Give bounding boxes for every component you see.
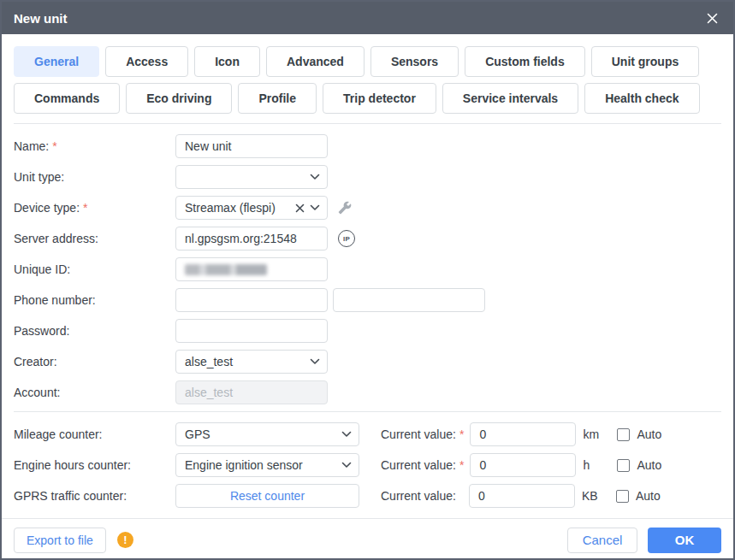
engine-hours-current-value-input[interactable] xyxy=(470,453,576,477)
creator-row: Creator: alse_test xyxy=(14,346,721,377)
chevron-down-icon[interactable] xyxy=(341,431,352,438)
tab-service-intervals[interactable]: Service intervals xyxy=(442,83,578,114)
close-icon[interactable] xyxy=(702,9,721,27)
mileage-counter-select[interactable]: GPS xyxy=(175,422,359,446)
gprs-current-value-label: Current value: xyxy=(381,489,456,503)
mileage-current-value-label: Current value:* xyxy=(381,427,464,441)
tab-health-check[interactable]: Health check xyxy=(584,83,699,114)
engine-hours-unit-label: h xyxy=(583,458,605,472)
name-label: Name:* xyxy=(14,139,175,153)
tab-general[interactable]: General xyxy=(14,46,99,77)
engine-hours-auto-checkbox[interactable] xyxy=(617,459,630,472)
unique-id-row: Unique ID: xyxy=(14,254,721,285)
mileage-auto-label[interactable]: Auto xyxy=(637,427,661,441)
ip-icon[interactable]: IP xyxy=(338,230,355,247)
password-input[interactable] xyxy=(175,319,328,343)
warning-icon[interactable]: ! xyxy=(117,532,133,548)
account-label: Account: xyxy=(14,386,175,399)
gprs-current-value-input[interactable] xyxy=(469,484,575,508)
tab-bar: General Access Icon Advanced Sensors Cus… xyxy=(2,34,733,123)
tab-sensors[interactable]: Sensors xyxy=(370,46,459,77)
new-unit-dialog: New unit General Access Icon Advanced Se… xyxy=(0,0,735,560)
engine-hours-counter-value: Engine ignition sensor xyxy=(185,458,336,472)
mileage-counter-row: Mileage counter: GPS Current value:* km … xyxy=(14,419,721,450)
password-label: Password: xyxy=(14,324,175,338)
engine-hours-auto-label[interactable]: Auto xyxy=(637,458,661,472)
unique-id-input[interactable] xyxy=(175,257,328,281)
tab-custom-fields[interactable]: Custom fields xyxy=(465,46,585,77)
export-to-file-button[interactable]: Export to file xyxy=(14,528,106,553)
unit-type-select[interactable] xyxy=(175,165,328,189)
tab-icon[interactable]: Icon xyxy=(194,46,260,77)
creator-value: alse_test xyxy=(185,355,305,368)
mileage-counter-value: GPS xyxy=(185,427,336,441)
tab-commands[interactable]: Commands xyxy=(14,83,120,114)
mileage-unit-label: km xyxy=(583,427,605,441)
gprs-auto-checkbox[interactable] xyxy=(616,490,629,503)
creator-label: Creator: xyxy=(14,355,175,368)
account-row: Account: xyxy=(14,377,721,408)
chevron-down-icon[interactable] xyxy=(341,462,352,469)
name-row: Name:* xyxy=(14,131,721,162)
device-type-value: Streamax (flespi) xyxy=(185,201,290,215)
dialog-titlebar: New unit xyxy=(2,2,733,34)
mileage-auto-checkbox[interactable] xyxy=(617,428,630,441)
server-address-label: Server address: xyxy=(14,232,175,245)
unique-id-label: Unique ID: xyxy=(14,262,175,276)
required-asterisk: * xyxy=(459,427,464,441)
gprs-traffic-counter-label: GPRS traffic counter: xyxy=(14,489,175,503)
unit-type-row: Unit type: xyxy=(14,162,721,192)
chevron-down-icon[interactable] xyxy=(310,174,320,180)
engine-hours-counter-label: Engine hours counter: xyxy=(14,458,175,472)
gprs-unit-label: KB xyxy=(582,489,604,503)
tab-profile[interactable]: Profile xyxy=(238,83,317,114)
mileage-counter-label: Mileage counter: xyxy=(14,427,175,441)
clear-device-type-icon[interactable] xyxy=(295,203,305,213)
general-form: Name:* Unit type: Device type:* Streamax… xyxy=(2,124,733,411)
reset-counter-button[interactable]: Reset counter xyxy=(175,484,359,508)
creator-select[interactable]: alse_test xyxy=(175,350,328,374)
tab-trip-detector[interactable]: Trip detector xyxy=(323,83,436,114)
gprs-auto-label[interactable]: Auto xyxy=(636,489,661,503)
password-row: Password: xyxy=(14,315,721,346)
device-type-select[interactable]: Streamax (flespi) xyxy=(175,196,328,220)
tab-unit-groups[interactable]: Unit groups xyxy=(591,46,700,77)
engine-hours-counter-select[interactable]: Engine ignition sensor xyxy=(175,453,359,477)
server-address-row: Server address: IP xyxy=(14,223,721,254)
required-asterisk: * xyxy=(52,139,56,153)
mileage-current-value-input[interactable] xyxy=(470,422,576,446)
tab-access[interactable]: Access xyxy=(105,46,188,77)
server-address-input[interactable] xyxy=(175,227,328,251)
unit-type-label: Unit type: xyxy=(14,170,175,184)
phone-number-input-1[interactable] xyxy=(175,288,328,312)
ok-button[interactable]: OK xyxy=(648,528,721,553)
dialog-footer: Export to file ! Cancel OK xyxy=(2,518,733,560)
device-type-label: Device type:* xyxy=(14,201,175,215)
engine-hours-current-value-label: Current value:* xyxy=(381,458,464,472)
name-input[interactable] xyxy=(175,134,328,158)
phone-number-label: Phone number: xyxy=(14,293,175,307)
tab-advanced[interactable]: Advanced xyxy=(266,46,365,77)
device-type-row: Device type:* Streamax (flespi) xyxy=(14,192,721,223)
required-asterisk: * xyxy=(83,201,87,215)
gprs-traffic-counter-row: GPRS traffic counter: Reset counter Curr… xyxy=(14,480,721,511)
dialog-title: New unit xyxy=(14,11,68,26)
unique-id-redacted-value xyxy=(185,264,267,275)
counters-section: Mileage counter: GPS Current value:* km … xyxy=(2,412,733,518)
engine-hours-counter-row: Engine hours counter: Engine ignition se… xyxy=(14,450,721,480)
tab-eco-driving[interactable]: Eco driving xyxy=(126,83,232,114)
phone-number-input-2[interactable] xyxy=(333,288,485,312)
cancel-button[interactable]: Cancel xyxy=(567,528,637,553)
account-input xyxy=(175,380,328,404)
phone-number-row: Phone number: xyxy=(14,285,721,315)
chevron-down-icon[interactable] xyxy=(310,358,320,365)
required-asterisk: * xyxy=(459,458,464,472)
chevron-down-icon[interactable] xyxy=(310,204,320,211)
device-settings-wrench-icon[interactable] xyxy=(338,201,352,215)
